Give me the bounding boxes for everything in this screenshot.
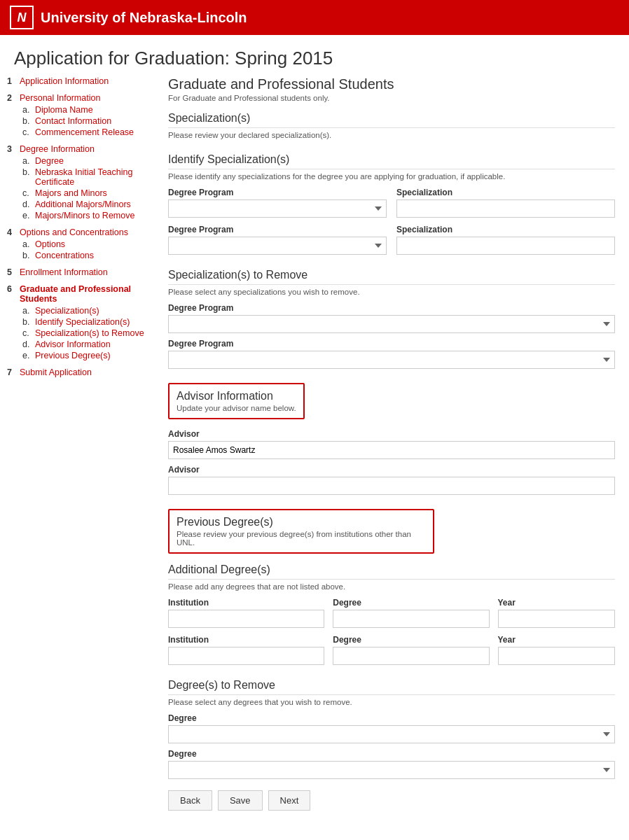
advisor-info-title: Advisor Information (177, 390, 296, 402)
specialization-label-1: Specialization (396, 188, 615, 197)
specialization-field-1: Specialization (396, 188, 615, 218)
sidebar-link-degree[interactable]: Degree (35, 156, 64, 166)
sidebar-link-majors-remove[interactable]: Majors/Minors to Remove (35, 211, 134, 220)
degree-program-select-2[interactable] (168, 237, 387, 255)
save-button[interactable]: Save (218, 790, 263, 811)
year-label-1: Year (498, 598, 615, 608)
nav-step-5: 5 Enrollment Information (7, 267, 154, 277)
sidebar-sub-advisor-info: d. Advisor Information (22, 340, 154, 349)
sidebar-link-diploma-name[interactable]: Diploma Name (35, 105, 93, 115)
sidebar-item-submit[interactable]: Submit Application (20, 368, 92, 377)
advisor-info-desc: Update your advisor name below. (177, 404, 296, 412)
additional-degrees-row1: Institution Degree Year (168, 598, 615, 628)
step-num-2: 2 (7, 93, 17, 103)
institution-field-1: Institution (168, 598, 324, 628)
sidebar-link-spec-remove[interactable]: Specialization(s) to Remove (35, 328, 144, 338)
sidebar-item-application-info[interactable]: Application Information (20, 76, 109, 86)
institution-label-2: Institution (168, 635, 324, 645)
degree-remove-label-2: Degree (168, 749, 615, 759)
sidebar-item-degree-info[interactable]: Degree Information (20, 144, 95, 154)
degree-remove-select-2[interactable] (168, 761, 615, 779)
nav-step-2: 2 Personal Information a. Diploma Name b… (7, 93, 154, 137)
sidebar-sub-additional-majors: d. Additional Majors/Minors (22, 200, 154, 209)
degree-field-2: Degree (333, 635, 489, 665)
advisor-input-1[interactable] (168, 441, 615, 459)
degree-input-1[interactable] (333, 610, 489, 628)
year-input-2[interactable] (498, 647, 615, 665)
sidebar-item-personal-info[interactable]: Personal Information (20, 93, 100, 103)
additional-degrees-row2: Institution Degree Year (168, 635, 615, 665)
section-desc: For Graduate and Professional students o… (168, 94, 615, 102)
advisor-input-2[interactable] (168, 477, 615, 495)
sidebar-item-options[interactable]: Options and Concentrations (20, 227, 128, 237)
previous-degrees-title: Previous Degree(s) (177, 516, 426, 528)
degree-field-1: Degree (333, 598, 489, 628)
advisor-label-1: Advisor (168, 429, 615, 439)
previous-degrees-desc: Please review your previous degree(s) fr… (177, 530, 426, 547)
sidebar-sub-majors-remove: e. Majors/Minors to Remove (22, 211, 154, 220)
degree-input-2[interactable] (333, 647, 489, 665)
degree-program-field-1: Degree Program (168, 188, 387, 218)
step-num-7: 7 (7, 368, 17, 377)
degree-label-2: Degree (333, 635, 489, 645)
page-title: Application for Graduation: Spring 2015 (0, 35, 629, 76)
step-num-4: 4 (7, 227, 17, 237)
button-row: Back Save Next (168, 790, 615, 811)
degree-program-select-1[interactable] (168, 200, 387, 218)
sidebar-link-nitc[interactable]: Nebraska Initial Teaching Certificate (35, 167, 154, 187)
back-button[interactable]: Back (168, 790, 212, 811)
step-num-3: 3 (7, 144, 17, 154)
spec-remove-degree-2: Degree Program (168, 339, 615, 369)
spec-remove-section: Specialization(s) to Remove Please selec… (168, 269, 615, 369)
sidebar-link-additional-majors[interactable]: Additional Majors/Minors (35, 200, 131, 209)
main-content: Graduate and Professional Students For G… (161, 76, 622, 825)
sidebar-item-grad-professional[interactable]: Graduate and Professional Students (20, 284, 154, 304)
sidebar-sub-commencement: c. Commencement Release (22, 127, 154, 137)
specialization-field-2: Specialization (396, 225, 615, 255)
specialization-input-1[interactable] (396, 200, 615, 218)
nav-step-6: 6 Graduate and Professional Students a. … (7, 284, 154, 360)
year-input-1[interactable] (498, 610, 615, 628)
sidebar-sub-spec-remove: c. Specialization(s) to Remove (22, 328, 154, 338)
step-num-1: 1 (7, 76, 17, 86)
sidebar-link-identify-spec[interactable]: Identify Specialization(s) (35, 317, 130, 327)
sidebar-link-contact-info[interactable]: Contact Information (35, 116, 111, 126)
identify-spec-row2: Degree Program Specialization (168, 225, 615, 255)
header: N University of Nebraska-Lincoln (0, 0, 629, 35)
sidebar-link-advisor-info[interactable]: Advisor Information (35, 340, 111, 349)
spec-remove-degree-select-2[interactable] (168, 351, 615, 369)
year-label-2: Year (498, 635, 615, 645)
degree-remove-select-1[interactable] (168, 725, 615, 743)
advisor-field-1: Advisor (168, 429, 615, 459)
sidebar-link-options[interactable]: Options (35, 239, 65, 249)
sidebar-sub-majors-minors: c. Majors and Minors (22, 188, 154, 198)
nav-step-7: 7 Submit Application (7, 368, 154, 377)
sidebar-link-commencement[interactable]: Commencement Release (35, 127, 134, 137)
specialization-label-2: Specialization (396, 225, 615, 234)
next-button[interactable]: Next (268, 790, 311, 811)
spec-remove-degree-select-1[interactable] (168, 315, 615, 333)
institution-input-2[interactable] (168, 647, 324, 665)
previous-degrees-highlight: Previous Degree(s) Please review your pr… (168, 509, 434, 554)
degree-program-label-2: Degree Program (168, 225, 387, 234)
spec-remove-degree-1: Degree Program (168, 303, 615, 333)
advisor-label-2: Advisor (168, 465, 615, 475)
additional-degrees-desc: Please add any degrees that are not list… (168, 582, 615, 591)
degrees-remove-title: Degree(s) to Remove (168, 679, 615, 695)
section-title: Graduate and Professional Students (168, 76, 615, 92)
sidebar-item-enrollment[interactable]: Enrollment Information (20, 267, 108, 277)
specialization-input-2[interactable] (396, 237, 615, 255)
sidebar-link-majors-minors[interactable]: Majors and Minors (35, 188, 107, 198)
step-num-5: 5 (7, 267, 17, 277)
sidebar-link-concentrations[interactable]: Concentrations (35, 251, 94, 260)
nav-step-3: 3 Degree Information a. Degree b. Nebras… (7, 144, 154, 220)
sidebar-sub-degree: a. Degree (22, 156, 154, 166)
sidebar-link-previous-degrees[interactable]: Previous Degree(s) (35, 351, 111, 360)
nav-step-1: 1 Application Information (7, 76, 154, 86)
year-field-2: Year (498, 635, 615, 665)
institution-input-1[interactable] (168, 610, 324, 628)
year-field-1: Year (498, 598, 615, 628)
sidebar-sub-identify-spec: b. Identify Specialization(s) (22, 317, 154, 327)
sidebar-link-specializations[interactable]: Specialization(s) (35, 306, 99, 316)
advisor-info-highlight: Advisor Information Update your advisor … (168, 383, 305, 419)
